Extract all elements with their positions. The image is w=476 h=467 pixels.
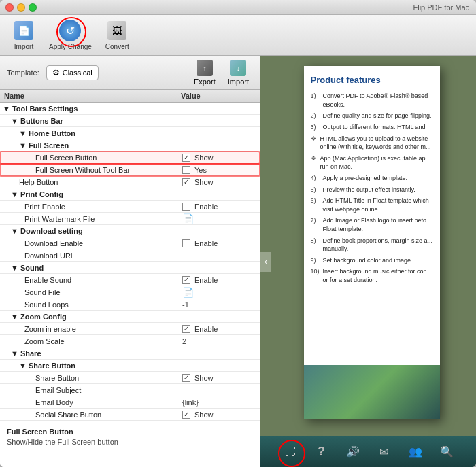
row-label: Full Screen Button <box>27 154 182 162</box>
maximize-button[interactable] <box>29 3 37 12</box>
checkbox-social[interactable]: ✓ <box>182 411 190 419</box>
row-value: {link} <box>182 398 257 407</box>
row-sound-section[interactable]: ▼ Sound <box>0 262 260 274</box>
checkbox-sound[interactable]: ✓ <box>182 276 190 284</box>
col-name-header: Name <box>4 92 181 100</box>
value-text: Enable <box>194 239 218 247</box>
value-text: Show <box>194 411 214 419</box>
template-gear-icon: ⚙ <box>52 68 60 77</box>
export-label: Export <box>194 77 216 86</box>
email-bar-icon: ✉ <box>379 445 388 458</box>
titlebar: Flip PDF for Mac <box>0 0 476 15</box>
book-item-2: 2) Define quality and size for page-flip… <box>311 111 433 120</box>
description-title: Full Screen Button <box>7 428 253 436</box>
value-text: Show <box>194 178 214 186</box>
close-button[interactable] <box>5 3 14 12</box>
convert-label: Convert <box>105 43 129 50</box>
checkbox-full-screen[interactable]: ✓ <box>182 154 190 162</box>
row-label: ▼ Full Screen <box>19 141 182 150</box>
row-email-body[interactable]: Email Body {link} <box>0 396 260 409</box>
checkbox-share[interactable]: ✓ <box>182 374 190 382</box>
template-import-label: Import <box>228 77 249 86</box>
row-value: ✓ Show <box>182 411 257 419</box>
row-help-button[interactable]: Help Button ✓ Show <box>0 176 260 188</box>
window-title: Flip PDF for Mac <box>413 3 469 12</box>
row-social-share[interactable]: Social Share Button ✓ Show <box>0 409 260 421</box>
row-label: Download URL <box>19 252 182 260</box>
row-download-enable[interactable]: Download Enable Enable <box>0 237 260 249</box>
checkbox-no-toolbar[interactable] <box>182 166 190 174</box>
row-value: -1 <box>182 300 257 309</box>
row-share-button-section[interactable]: ▼ Share Button <box>0 360 260 372</box>
row-sound-loops[interactable]: Sound Loops -1 <box>0 298 260 311</box>
row-enable-sound[interactable]: Enable Sound ✓ Enable <box>0 274 260 286</box>
preview-book: Product features 1) Convert PDF to Adobe… <box>260 56 476 436</box>
row-full-screen-button[interactable]: Full Screen Button ✓ Show <box>0 152 260 164</box>
row-print-config[interactable]: ▼ Print Config <box>0 188 260 201</box>
left-panel: Template: ⚙ Classical ↑ Export ↓ Import <box>0 56 260 467</box>
minimize-button[interactable] <box>17 3 25 12</box>
sound-bar-icon: 🔊 <box>346 445 360 458</box>
row-label: Print Wartermark File <box>19 215 182 223</box>
row-share-button-item[interactable]: Share Button ✓ Show <box>0 372 260 384</box>
apply-change-button[interactable]: ↺ Apply Change <box>44 17 97 53</box>
checkbox-download[interactable] <box>182 239 190 247</box>
row-label: Zoom Scale <box>19 337 182 345</box>
zoom-bar-button[interactable]: 🔍 <box>437 442 457 462</box>
convert-button[interactable]: 🖼 Convert <box>100 17 135 53</box>
row-label: ▼ Home Button <box>19 129 182 137</box>
apply-change-icon: ↺ <box>59 20 81 41</box>
row-buttons-bar[interactable]: ▼ Buttons Bar <box>0 115 260 127</box>
export-button[interactable]: ↑ Export <box>190 58 220 87</box>
share-bar-button[interactable]: 👥 <box>405 442 426 462</box>
row-label: ▼ Share Button <box>19 362 182 370</box>
template-selector[interactable]: ⚙ Classical <box>46 65 99 80</box>
row-value: Enable <box>182 239 257 247</box>
sound-bar-button[interactable]: 🔊 <box>343 442 363 462</box>
row-email-subject[interactable]: Email Subject <box>0 384 260 396</box>
main-toolbar: 📄 Import ↺ Apply Change 🖼 Convert <box>0 15 476 56</box>
row-sound-file[interactable]: Sound File 📄 <box>0 286 260 298</box>
row-print-enable[interactable]: Print Enable Enable <box>0 201 260 213</box>
row-zoom-enable[interactable]: Zoom in enable ✓ Enable <box>0 323 260 335</box>
row-label: Download Enable <box>19 239 182 247</box>
row-label: ▼ Download setting <box>11 227 182 235</box>
help-bar-button[interactable]: ? <box>311 442 332 462</box>
row-full-screen-section[interactable]: ▼ Full Screen <box>0 139 260 152</box>
row-value: 📄 <box>182 213 257 224</box>
fullscreen-bar-button[interactable]: ⛶ <box>280 442 301 462</box>
file-icon-sound: 📄 <box>182 287 194 298</box>
checkbox-help[interactable]: ✓ <box>182 178 190 186</box>
row-full-screen-no-toolbar[interactable]: Full Screen Without Tool Bar Yes <box>0 164 260 176</box>
row-value: 📄 <box>182 287 257 298</box>
template-import-button[interactable]: ↓ Import <box>224 58 253 87</box>
row-zoom-scale[interactable]: Zoom Scale 2 <box>0 335 260 347</box>
description-box: Full Screen Button Show/Hide the Full Sc… <box>0 423 260 467</box>
row-label: Sound Loops <box>19 300 182 309</box>
settings-tree[interactable]: Name Value ▼ Tool Bars Settings ▼ Button… <box>0 90 260 423</box>
row-zoom-config[interactable]: ▼ Zoom Config <box>0 311 260 323</box>
book-item-8: 8) Define book proportions, margin size … <box>311 237 433 254</box>
preview-bottom-bar: ⛶ ? 🔊 ✉ 👥 🔍 <box>260 436 476 467</box>
checkbox-zoom[interactable]: ✓ <box>182 325 190 333</box>
row-print-watermark[interactable]: Print Wartermark File 📄 <box>0 213 260 225</box>
book-item-1: 1) Convert PDF to Adobe® Flash® based eB… <box>311 92 433 109</box>
convert-icon: 🖼 <box>106 20 128 41</box>
row-value: ✓ Enable <box>182 276 257 284</box>
row-share-section[interactable]: ▼ Share <box>0 347 260 360</box>
main-window: Flip PDF for Mac 📄 Import ↺ Apply Change… <box>0 0 476 467</box>
row-label: Help Button <box>19 178 182 186</box>
help-bar-icon: ? <box>318 445 325 459</box>
row-download-url[interactable]: Download URL <box>0 249 260 262</box>
row-download-setting[interactable]: ▼ Download setting <box>0 225 260 237</box>
row-label: ▼ Zoom Config <box>11 313 182 321</box>
row-toolbar-settings[interactable]: ▼ Tool Bars Settings <box>0 103 260 115</box>
row-label: ▼ Buttons Bar <box>11 117 182 125</box>
main-content: Template: ⚙ Classical ↑ Export ↓ Import <box>0 56 476 467</box>
row-home-button[interactable]: ▼ Home Button <box>0 127 260 139</box>
import-button[interactable]: 📄 Import <box>7 17 41 53</box>
import-icon: 📄 <box>13 20 35 41</box>
checkbox-print[interactable] <box>182 203 190 211</box>
row-label: ▼ Tool Bars Settings <box>3 105 182 113</box>
email-bar-button[interactable]: ✉ <box>374 442 394 462</box>
